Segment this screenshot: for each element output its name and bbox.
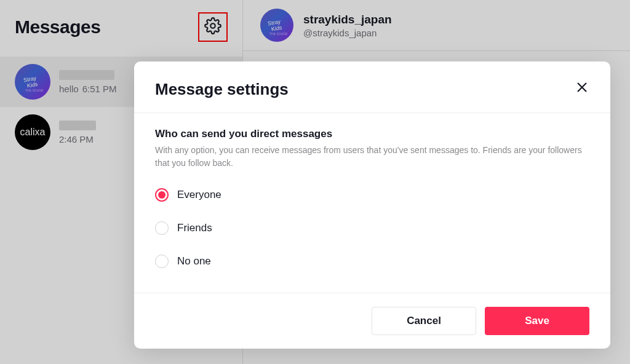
close-button[interactable] [575,80,589,95]
radio-option-everyone[interactable]: Everyone [155,188,589,202]
radio-icon [155,255,169,268]
section-description: With any option, you can receive message… [155,144,586,170]
radio-label: Everyone [177,189,221,201]
radio-label: No one [177,255,211,267]
radio-icon [155,188,169,202]
message-settings-modal: Message settings Who can send you direct… [134,61,610,349]
radio-option-noone[interactable]: No one [155,255,589,268]
radio-option-friends[interactable]: Friends [155,221,589,235]
cancel-button[interactable]: Cancel [372,307,476,335]
radio-label: Friends [177,222,212,234]
close-icon [575,86,589,97]
modal-title: Message settings [155,80,289,99]
section-title: Who can send you direct messages [155,128,589,140]
radio-icon [155,221,169,235]
save-button[interactable]: Save [485,307,589,335]
